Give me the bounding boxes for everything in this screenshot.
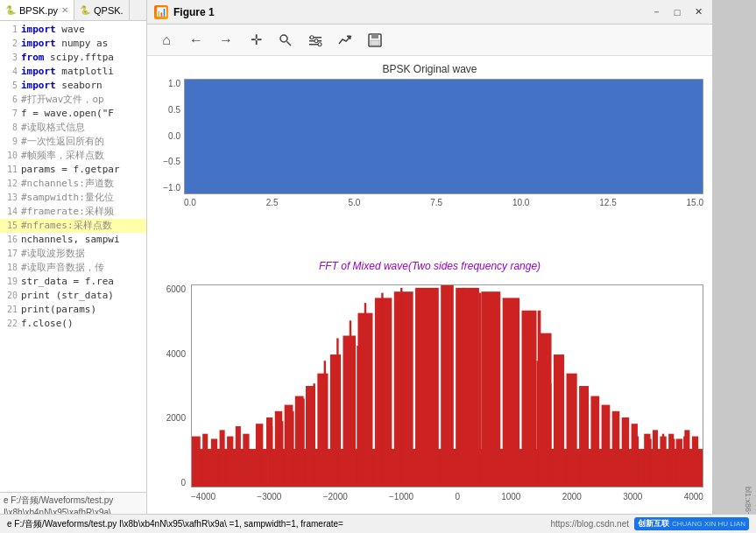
svg-rect-17 — [220, 430, 225, 487]
code-lines: 1 import wave 2 import numpy as 3 from s… — [0, 21, 146, 333]
svg-rect-24 — [285, 405, 293, 487]
svg-rect-69 — [381, 293, 383, 487]
code-line-7: 7 f = wave.open("F — [0, 107, 146, 121]
editor-content: 1 import wave 2 import numpy as 3 from s… — [0, 21, 146, 492]
svg-rect-84 — [626, 434, 628, 487]
svg-rect-62 — [292, 411, 293, 487]
minimize-button[interactable]: － — [649, 5, 663, 19]
svg-rect-27 — [317, 374, 328, 487]
svg-rect-40 — [554, 354, 564, 487]
figure-app-icon: 📊 — [154, 5, 168, 19]
code-line-1: 1 import wave — [0, 23, 146, 37]
chart-button[interactable] — [333, 28, 357, 53]
svg-rect-76 — [537, 361, 539, 487]
svg-rect-74 — [511, 320, 512, 487]
code-line-16: 16 nchannels, sampwi — [0, 233, 146, 247]
code-line-11: 11 params = f.getpar — [0, 163, 146, 177]
code-line-13: 13 #sampwidth:量化位 — [0, 191, 146, 205]
svg-rect-49 — [653, 430, 658, 487]
svg-rect-89 — [683, 436, 685, 487]
svg-rect-16 — [211, 438, 217, 487]
svg-rect-63 — [302, 398, 304, 487]
svg-rect-86 — [649, 438, 651, 487]
code-line-4: 4 import matplotli — [0, 65, 146, 79]
svg-rect-88 — [673, 438, 675, 487]
adjust-button[interactable] — [303, 28, 328, 53]
bpsk-wave-svg — [185, 80, 703, 193]
tab-close-bpsk[interactable]: ✕ — [61, 5, 68, 15]
svg-rect-28 — [330, 354, 341, 487]
bottom-path: e F:/音频/Waveforms/test.py I\x8b\xb4nN\x9… — [7, 518, 343, 530]
svg-point-5 — [310, 35, 314, 39]
svg-point-0 — [280, 35, 287, 42]
url-text: https://blog.csdn.net — [550, 519, 629, 529]
code-line-8: 8 #读取格式信息 — [0, 121, 146, 135]
svg-rect-52 — [676, 438, 682, 487]
code-line-21: 21 print(params) — [0, 303, 146, 317]
svg-rect-54 — [692, 436, 698, 487]
svg-rect-19 — [236, 426, 241, 487]
save-button[interactable] — [363, 28, 387, 53]
code-line-6: 6 #打开wav文件，op — [0, 93, 146, 107]
svg-rect-20 — [243, 434, 249, 487]
zoom-button[interactable] — [273, 28, 298, 53]
svg-rect-11 — [185, 80, 703, 193]
figure-plots: BPSK Original wave 1.0 0.5 0.0 −0.5 −1.0 — [147, 56, 712, 514]
tab-bpsk[interactable]: 🐍 BPSK.py ✕ — [0, 0, 74, 20]
top-plot-title: BPSK Original wave — [156, 63, 703, 75]
svg-rect-42 — [579, 386, 589, 487]
figure-window: 📊 Figure 1 － □ ✕ ⌂ ← → ✛ — [147, 0, 712, 533]
figure-window-controls: － □ ✕ — [649, 5, 705, 19]
forward-button[interactable]: → — [214, 28, 238, 53]
brand-name: 创新互联 — [638, 518, 669, 529]
svg-rect-55 — [357, 346, 360, 487]
code-line-14: 14 #framerate:采样频 — [0, 205, 146, 219]
bottom-plot-title: FFT of Mixed wave(Two sides frequency ra… — [156, 260, 703, 272]
svg-point-6 — [314, 39, 318, 42]
svg-rect-32 — [394, 291, 413, 487]
right-panel: bl1:x86+x84 — [712, 0, 756, 533]
code-line-15: 15 #nframes:采样点数 — [0, 219, 146, 233]
svg-rect-33 — [415, 288, 439, 487]
code-line-2: 2 import numpy as — [0, 37, 146, 51]
svg-rect-77 — [549, 383, 551, 487]
code-line-18: 18 #读取声音数据，传 — [0, 261, 146, 275]
top-plot-y-axis: 1.0 0.5 0.0 −0.5 −1.0 — [156, 79, 184, 193]
svg-rect-9 — [371, 34, 378, 39]
bottom-plot-y-axis: 6000 4000 2000 0 — [156, 284, 189, 487]
app-statusbar: e F:/音频/Waveforms/test.py I\x8b\xb4nN\x9… — [0, 514, 756, 533]
svg-rect-60 — [271, 426, 272, 487]
svg-rect-83 — [613, 436, 615, 487]
code-line-22: 22 f.close() — [0, 317, 146, 331]
svg-rect-73 — [496, 303, 498, 487]
pan-button[interactable]: ✛ — [244, 28, 268, 53]
editor-tabs: 🐍 BPSK.py ✕ 🐍 QPSK. — [0, 0, 146, 21]
svg-rect-82 — [603, 434, 604, 487]
svg-rect-58 — [597, 398, 598, 487]
bottom-plot-x-axis: −4000 −3000 −2000 −1000 0 1000 2000 3000… — [191, 489, 703, 503]
code-line-20: 20 print (str_data) — [0, 289, 146, 303]
bottom-plot: FFT of Mixed wave(Two sides frequency ra… — [147, 256, 712, 514]
home-button[interactable]: ⌂ — [154, 28, 179, 53]
svg-rect-68 — [364, 303, 366, 487]
brand-logo: 创新互联 CHUANG XIN HU LIAN — [634, 517, 749, 530]
svg-rect-80 — [582, 421, 583, 487]
svg-rect-75 — [524, 338, 526, 487]
code-line-10: 10 #帧频率，采样点数 — [0, 149, 146, 163]
figure-titlebar: 📊 Figure 1 － □ ✕ — [147, 0, 712, 25]
brand-subtext: CHUANG XIN HU LIAN — [672, 520, 745, 528]
svg-rect-64 — [313, 383, 314, 487]
svg-rect-15 — [202, 434, 208, 487]
svg-rect-18 — [227, 436, 233, 487]
figure-toolbar: ⌂ ← → ✛ — [147, 25, 712, 56]
svg-rect-65 — [324, 361, 326, 487]
svg-rect-57 — [298, 401, 300, 487]
svg-rect-61 — [281, 421, 283, 487]
close-button[interactable]: ✕ — [691, 5, 705, 19]
svg-rect-59 — [260, 434, 262, 487]
tab-qpsk[interactable]: 🐍 QPSK. — [74, 0, 130, 20]
svg-rect-70 — [400, 288, 402, 487]
code-line-19: 19 str_data = f.rea — [0, 275, 146, 289]
back-button[interactable]: ← — [184, 28, 208, 53]
maximize-button[interactable]: □ — [670, 5, 684, 19]
